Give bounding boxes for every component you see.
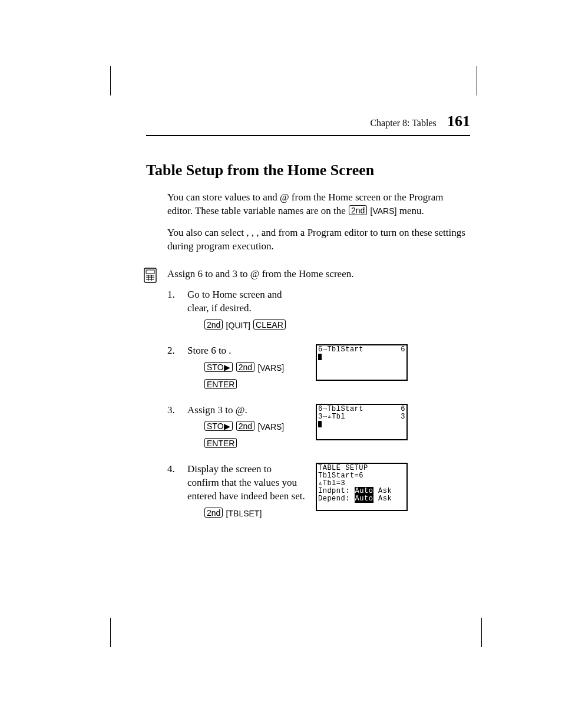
key-2nd: 2nd bbox=[236, 362, 254, 372]
paragraph: You also can select , , , and from a Pro… bbox=[167, 226, 470, 253]
cursor-icon bbox=[318, 354, 322, 360]
running-header: Chapter 8: Tables 161 bbox=[146, 111, 470, 136]
calculator-screenshot: 6→TblStart6 bbox=[316, 344, 408, 381]
key-2nd: 2nd bbox=[349, 205, 367, 215]
key-clear: CLEAR bbox=[253, 319, 286, 330]
key-enter: ENTER bbox=[204, 379, 237, 389]
list-item: 1. Go to Home screen and clear, if desir… bbox=[167, 288, 470, 332]
softkey-tblset: [TBLSET] bbox=[226, 509, 262, 518]
key-sto: STO▶ bbox=[204, 362, 233, 372]
calculator-icon bbox=[144, 268, 157, 283]
softkey-vars: [VARS] bbox=[257, 422, 284, 431]
calculator-screenshot: TABLE SETUP TblStart=6 ▵Tbl=3 Indpnt: Au… bbox=[316, 463, 408, 511]
page-number: 161 bbox=[447, 113, 470, 130]
softkey-vars: [VARS] bbox=[371, 206, 397, 216]
svg-rect-1 bbox=[146, 270, 154, 274]
key-enter: ENTER bbox=[204, 438, 237, 448]
example-intro: Assign 6 to and 3 to @ from the Home scr… bbox=[167, 268, 470, 281]
softkey-quit: [QUIT] bbox=[226, 321, 250, 330]
key-2nd: 2nd bbox=[204, 319, 223, 330]
calculator-screenshot: 6→TblStart6 3→▵Tbl3 bbox=[316, 404, 408, 440]
paragraph: You can store values to and @ from the H… bbox=[167, 191, 470, 218]
key-2nd: 2nd bbox=[204, 508, 223, 518]
key-sto: STO▶ bbox=[204, 421, 233, 431]
section-heading: Table Setup from the Home Screen bbox=[146, 160, 470, 180]
list-item: 2. Store 6 to . STO▶ 2nd [VARS] ENTER 6→… bbox=[167, 344, 470, 392]
page-content: Chapter 8: Tables 161 Table Setup from t… bbox=[146, 111, 470, 532]
step-list: 1. Go to Home screen and clear, if desir… bbox=[167, 288, 470, 521]
chapter-label: Chapter 8: Tables bbox=[370, 118, 436, 128]
list-item: 4. Display the screen to confirm that th… bbox=[167, 463, 470, 521]
cursor-icon bbox=[318, 421, 322, 427]
list-item: 3. Assign 3 to @. STO▶ 2nd [VARS] ENTER … bbox=[167, 404, 470, 452]
key-2nd: 2nd bbox=[236, 421, 254, 431]
softkey-vars: [VARS] bbox=[257, 363, 284, 373]
